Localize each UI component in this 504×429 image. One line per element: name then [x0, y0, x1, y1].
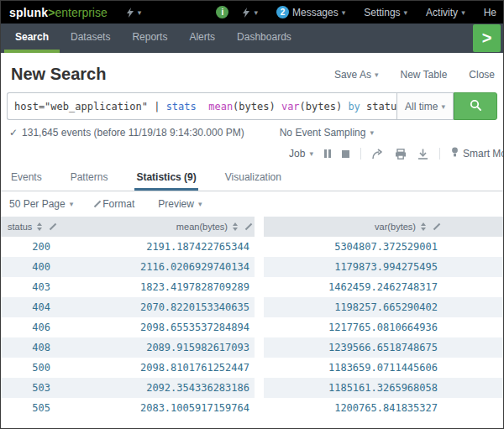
table-row[interactable]: 404 2070.8220153340635 1198257.665290402 — [1, 297, 503, 317]
status-cell[interactable]: 404 — [1, 297, 58, 317]
pencil-icon[interactable] — [245, 223, 252, 230]
check-icon: ✓ — [9, 127, 18, 139]
print-icon[interactable] — [395, 149, 407, 160]
column-gap — [255, 358, 264, 378]
chevron-down-icon: ▾ — [461, 8, 465, 17]
activity-bolt-menu[interactable]: ▾ — [242, 8, 258, 18]
var-cell[interactable]: 1183659.0711445606 — [264, 358, 503, 378]
activity-menu[interactable]: Activity ▾ — [426, 7, 465, 18]
messages-count-badge: 2 — [276, 6, 289, 18]
column-header-var[interactable]: var(bytes) — [264, 217, 503, 237]
activity-label: Activity — [426, 7, 458, 18]
bolt-icon — [126, 8, 134, 18]
pause-icon[interactable] — [324, 149, 331, 158]
chevron-down-icon: ▾ — [370, 128, 374, 137]
search-mode-selector[interactable]: Smart Mo — [451, 147, 503, 160]
mean-cell[interactable]: 2098.8101761252447 — [58, 358, 255, 378]
help-menu[interactable]: He — [484, 7, 496, 18]
nav-tab-alerts[interactable]: Alerts — [178, 24, 226, 53]
column-gap — [255, 378, 264, 398]
close-button[interactable]: Close — [469, 69, 495, 81]
mean-cell[interactable]: 1823.4197828709289 — [58, 277, 255, 297]
top-bar: splunk>enterprise ▾ i ▾ 2 Messages ▾ Set… — [1, 1, 503, 24]
preview-label: Preview — [158, 198, 194, 210]
table-row[interactable]: 200 2191.187422765344 5304807.372529001 — [1, 237, 503, 257]
nav-tab-datasets[interactable]: Datasets — [60, 24, 121, 53]
top-bar-right: i ▾ 2 Messages ▾ Settings ▾ Activity ▾ H… — [216, 6, 496, 18]
splunk-logo[interactable]: splunk>enterprise — [9, 6, 108, 19]
table-row[interactable]: 408 2089.915982617093 1239566.6518748675 — [1, 337, 503, 358]
stop-icon[interactable] — [342, 150, 349, 158]
var-cell[interactable]: 1179873.994275495 — [264, 257, 503, 277]
status-cell[interactable]: 400 — [1, 257, 58, 277]
app-launcher-button[interactable]: > — [473, 24, 501, 52]
search-mode-label: Smart Mo — [463, 148, 503, 160]
mean-cell[interactable]: 2070.8220153340635 — [58, 297, 255, 317]
export-icon[interactable] — [417, 149, 428, 160]
settings-menu[interactable]: Settings ▾ — [364, 7, 407, 18]
share-icon[interactable] — [372, 149, 384, 160]
mean-cell[interactable]: 2191.187422765344 — [58, 237, 255, 257]
search-button[interactable] — [454, 92, 497, 120]
status-cell[interactable]: 200 — [1, 237, 58, 257]
mean-cell[interactable]: 2098.6553537284894 — [58, 317, 255, 337]
messages-menu[interactable]: 2 Messages ▾ — [276, 6, 345, 18]
search-icon — [469, 98, 482, 115]
column-header-mean[interactable]: mean(bytes) — [58, 217, 255, 237]
mean-cell[interactable]: 2092.354336283186 — [58, 378, 255, 398]
search-input[interactable]: host="web_application" | stats mean(byte… — [7, 92, 396, 120]
table-body: 200 2191.187422765344 5304807.372529001 … — [1, 237, 503, 418]
var-cell[interactable]: 1462459.2462748317 — [264, 277, 503, 297]
var-cell[interactable]: 1217765.0810664936 — [264, 317, 503, 337]
info-icon[interactable]: i — [216, 6, 228, 18]
var-cell[interactable]: 1185161.3265968058 — [264, 378, 503, 398]
status-cell[interactable]: 500 — [1, 358, 58, 378]
mean-cell[interactable]: 2083.1005917159764 — [58, 398, 255, 418]
search-bar: host="web_application" | stats mean(byte… — [7, 92, 497, 120]
sort-icon[interactable] — [233, 222, 238, 231]
tab-events[interactable]: Events — [9, 165, 44, 191]
status-cell[interactable]: 406 — [1, 317, 58, 337]
tab-statistics[interactable]: Statistics (9) — [134, 165, 197, 191]
table-row[interactable]: 503 2092.354336283186 1185161.3265968058 — [1, 378, 503, 398]
column-gap — [255, 257, 264, 277]
nav-tab-reports[interactable]: Reports — [121, 24, 178, 53]
app-nav-bar: Search Datasets Reports Alerts Dashboard… — [1, 24, 503, 53]
sort-icon[interactable] — [37, 222, 42, 231]
time-range-picker[interactable]: All time ▾ — [396, 92, 454, 120]
var-cell[interactable]: 5304807.372529001 — [264, 237, 503, 257]
per-page-dropdown[interactable]: 50 Per Page ▾ — [9, 198, 73, 210]
var-cell[interactable]: 1239566.6518748675 — [264, 337, 503, 358]
pencil-icon[interactable] — [433, 223, 440, 230]
status-cell[interactable]: 403 — [1, 277, 58, 297]
format-button[interactable]: Format — [97, 198, 134, 210]
column-gap — [255, 297, 264, 317]
table-row[interactable]: 406 2098.6553537284894 1217765.081066493… — [1, 317, 503, 337]
mean-cell[interactable]: 2089.915982617093 — [58, 337, 255, 358]
tab-visualization[interactable]: Visualization — [223, 165, 283, 191]
sort-icon[interactable] — [421, 222, 426, 231]
status-cell[interactable]: 408 — [1, 337, 58, 358]
new-table-button[interactable]: New Table — [401, 69, 448, 81]
var-cell[interactable]: 1200765.841835327 — [264, 398, 503, 418]
nav-tab-dashboards[interactable]: Dashboards — [226, 24, 302, 53]
app-context-menu[interactable]: ▾ — [126, 8, 142, 18]
table-row[interactable]: 505 2083.1005917159764 1200765.841835327 — [1, 398, 503, 418]
table-row[interactable]: 500 2098.8101761252447 1183659.071144560… — [1, 358, 503, 378]
status-cell[interactable]: 505 — [1, 398, 58, 418]
pencil-icon[interactable] — [50, 223, 56, 230]
table-row[interactable]: 400 2116.0206929740134 1179873.994275495 — [1, 257, 503, 277]
table-row[interactable]: 403 1823.4197828709289 1462459.246274831… — [1, 277, 503, 297]
save-as-button[interactable]: Save As ▾ — [334, 69, 379, 81]
status-column-label: status — [8, 222, 32, 232]
results-tabs: Events Patterns Statistics (9) Visualiza… — [1, 165, 503, 191]
column-header-status[interactable]: status — [1, 217, 58, 237]
nav-tab-search[interactable]: Search — [4, 24, 60, 53]
tab-patterns[interactable]: Patterns — [69, 165, 110, 191]
var-cell[interactable]: 1198257.665290402 — [264, 297, 503, 317]
status-cell[interactable]: 503 — [1, 378, 58, 398]
job-menu[interactable]: Job ▾ — [289, 148, 313, 160]
preview-dropdown[interactable]: Preview ▾ — [158, 198, 202, 210]
event-sampling-dropdown[interactable]: No Event Sampling ▾ — [280, 127, 374, 139]
mean-cell[interactable]: 2116.0206929740134 — [58, 257, 255, 277]
